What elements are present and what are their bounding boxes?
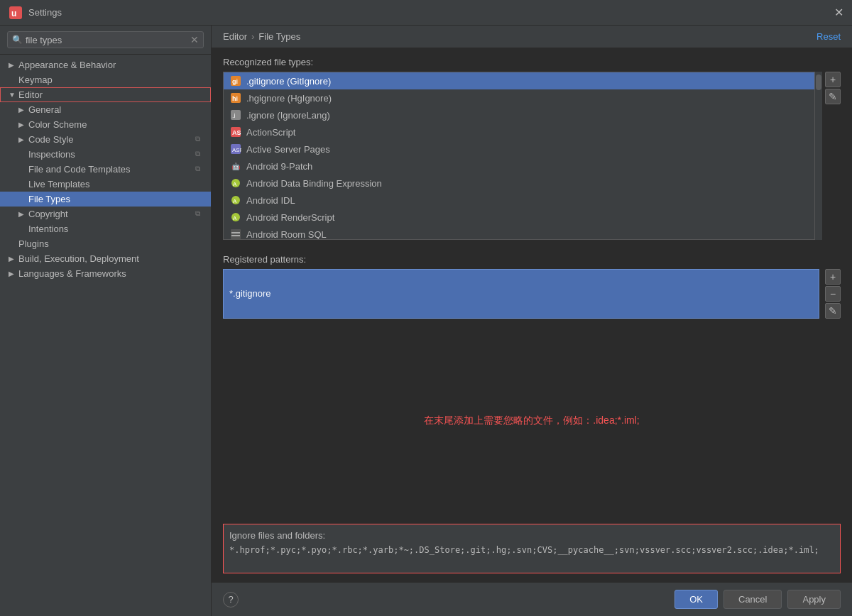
file-type-label: Android IDL xyxy=(246,195,295,206)
hint-section: 在末尾添加上需要您略的文件，例如：.idea;*.iml; xyxy=(212,324,852,519)
svg-text:u: u xyxy=(11,9,16,18)
file-type-item[interactable]: A Android Data Binding Expression xyxy=(224,175,814,192)
sidebar-item-copyright[interactable]: ▶ Copyright ⧉ xyxy=(0,207,211,221)
copy-icon: ⧉ xyxy=(195,209,205,219)
sidebar-item-label: Languages & Frameworks xyxy=(18,268,205,279)
file-type-icon: ASP xyxy=(229,143,242,155)
recognized-label: Recognized file types: xyxy=(223,57,841,67)
breadcrumb: Editor › File Types xyxy=(223,31,300,42)
file-type-item[interactable]: AS ActionScript xyxy=(224,123,814,141)
svg-text:🤖: 🤖 xyxy=(231,162,241,171)
sidebar-item-keymap[interactable]: Keymap xyxy=(0,72,211,87)
sidebar-item-label: Editor xyxy=(18,89,205,100)
sidebar-item-color-scheme[interactable]: ▶ Color Scheme xyxy=(0,117,211,132)
app-icon: u xyxy=(9,6,23,20)
apply-button[interactable]: Apply xyxy=(787,590,841,609)
file-type-label: .hgignore (HgIgnore) xyxy=(246,93,332,104)
file-type-item[interactable]: hi .hgignore (HgIgnore) xyxy=(224,89,814,106)
registered-pattern-input[interactable] xyxy=(223,269,819,319)
sidebar-item-plugins[interactable]: Plugins xyxy=(0,236,211,251)
copy-icon: ⧉ xyxy=(195,150,205,160)
patterns-container: + − ✎ xyxy=(223,269,841,319)
ignore-section: Ignore files and folders: *.hprof;*.pyc;… xyxy=(212,518,852,582)
sidebar-item-label: Live Templates xyxy=(28,179,205,189)
sidebar-item-label: File Types xyxy=(28,194,205,204)
arrow-icon: ▶ xyxy=(18,210,28,218)
sidebar-item-label: General xyxy=(28,104,205,115)
content-body: Recognized file types: gi .gitignore (Gi… xyxy=(212,48,852,582)
sidebar-item-appearance[interactable]: ▶ Appearance & Behavior xyxy=(0,57,211,72)
copy-icon: ⧉ xyxy=(195,135,205,145)
sidebar-item-label: Color Scheme xyxy=(28,119,205,130)
file-type-label: .ignore (IgnoreLang) xyxy=(246,110,330,121)
search-input[interactable] xyxy=(26,35,190,45)
file-type-icon: hi xyxy=(229,92,242,104)
ok-button[interactable]: OK xyxy=(674,590,718,609)
svg-text:hi: hi xyxy=(232,95,238,102)
file-type-label: Android Data Binding Expression xyxy=(246,178,382,189)
svg-text:A: A xyxy=(233,181,237,187)
arrow-icon: ▶ xyxy=(9,255,18,263)
svg-text:.i: .i xyxy=(232,112,236,119)
search-icon: 🔍 xyxy=(12,35,23,45)
file-type-item[interactable]: A Android IDL xyxy=(224,192,814,209)
file-type-icon: AS xyxy=(229,126,242,138)
cancel-button[interactable]: Cancel xyxy=(723,590,782,609)
sidebar-item-build[interactable]: ▶ Build, Execution, Deployment xyxy=(0,251,211,266)
svg-text:gi: gi xyxy=(232,78,238,85)
search-wrapper: 🔍 ✕ xyxy=(7,31,204,48)
sidebar-item-label: Inspections xyxy=(28,149,192,160)
file-type-item[interactable]: gi .gitignore (GitIgnore) xyxy=(224,72,814,89)
arrow-icon: ▶ xyxy=(18,121,28,128)
registered-label: Registered patterns: xyxy=(223,254,841,265)
sidebar-item-inspections[interactable]: Inspections ⧉ xyxy=(0,147,211,162)
svg-text:AS: AS xyxy=(232,129,241,136)
breadcrumb-current: File Types xyxy=(258,31,300,42)
sidebar-item-label: File and Code Templates xyxy=(28,164,192,175)
sidebar-item-label: Appearance & Behavior xyxy=(18,60,205,70)
search-clear-button[interactable]: ✕ xyxy=(190,34,199,45)
remove-pattern-button[interactable]: − xyxy=(825,286,841,302)
sidebar-item-label: Copyright xyxy=(28,209,192,219)
sidebar-item-live-templates[interactable]: Live Templates xyxy=(0,177,211,192)
list-actions: + ✎ xyxy=(822,72,841,240)
sidebar-item-languages[interactable]: ▶ Languages & Frameworks xyxy=(0,266,211,281)
sidebar-item-editor[interactable]: ▼ Editor xyxy=(0,87,211,102)
file-type-icon: gi xyxy=(229,75,242,87)
registered-section: Registered patterns: + − ✎ xyxy=(212,248,852,324)
arrow-icon: ▶ xyxy=(9,61,18,69)
add-file-type-button[interactable]: + xyxy=(825,72,841,87)
edit-pattern-button[interactable]: ✎ xyxy=(825,303,841,319)
copy-icon: ⧉ xyxy=(195,165,205,175)
ignore-input[interactable]: *.hprof;*.pyc;*.pyo;*.rbc;*.yarb;*~;.DS_… xyxy=(229,545,834,565)
edit-file-type-button[interactable]: ✎ xyxy=(825,89,841,104)
search-bar: 🔍 ✕ xyxy=(0,26,211,55)
reset-button[interactable]: Reset xyxy=(816,31,841,42)
svg-rect-20 xyxy=(231,229,241,239)
svg-text:A: A xyxy=(233,198,237,204)
sidebar-item-code-style[interactable]: ▶ Code Style ⧉ xyxy=(0,132,211,147)
scroll-track xyxy=(815,72,822,240)
file-type-item[interactable]: .i .ignore (IgnoreLang) xyxy=(224,106,814,123)
close-button[interactable]: ✕ xyxy=(834,7,843,18)
sidebar-item-label: Build, Execution, Deployment xyxy=(18,253,205,264)
content-panel: Editor › File Types Reset Recognized fil… xyxy=(212,26,852,616)
file-type-item[interactable]: 🤖 Android 9-Patch xyxy=(224,158,814,175)
help-button[interactable]: ? xyxy=(223,592,239,607)
ignore-label: Ignore files and folders: xyxy=(229,530,834,541)
recognized-section: Recognized file types: gi .gitignore (Gi… xyxy=(212,48,852,248)
sidebar-item-file-types[interactable]: File Types xyxy=(0,192,211,207)
dialog-buttons: OK Cancel Apply xyxy=(674,590,841,609)
sidebar-item-general[interactable]: ▶ General xyxy=(0,102,211,117)
ignore-box: Ignore files and folders: *.hprof;*.pyc;… xyxy=(223,524,841,573)
file-type-item[interactable]: A Android RenderScript xyxy=(224,209,814,226)
sidebar-item-intentions[interactable]: Intentions xyxy=(0,221,211,236)
sidebar: 🔍 ✕ ▶ Appearance & Behavior Keymap ▼ Edi… xyxy=(0,26,212,616)
file-type-label: Android Room SQL xyxy=(246,229,327,240)
file-type-item[interactable]: ASP Active Server Pages xyxy=(224,141,814,158)
sidebar-item-file-code-templates[interactable]: File and Code Templates ⧉ xyxy=(0,162,211,177)
svg-rect-21 xyxy=(231,232,240,233)
arrow-icon: ▼ xyxy=(9,91,18,99)
file-type-item[interactable]: Android Room SQL xyxy=(224,226,814,240)
add-pattern-button[interactable]: + xyxy=(825,269,841,285)
